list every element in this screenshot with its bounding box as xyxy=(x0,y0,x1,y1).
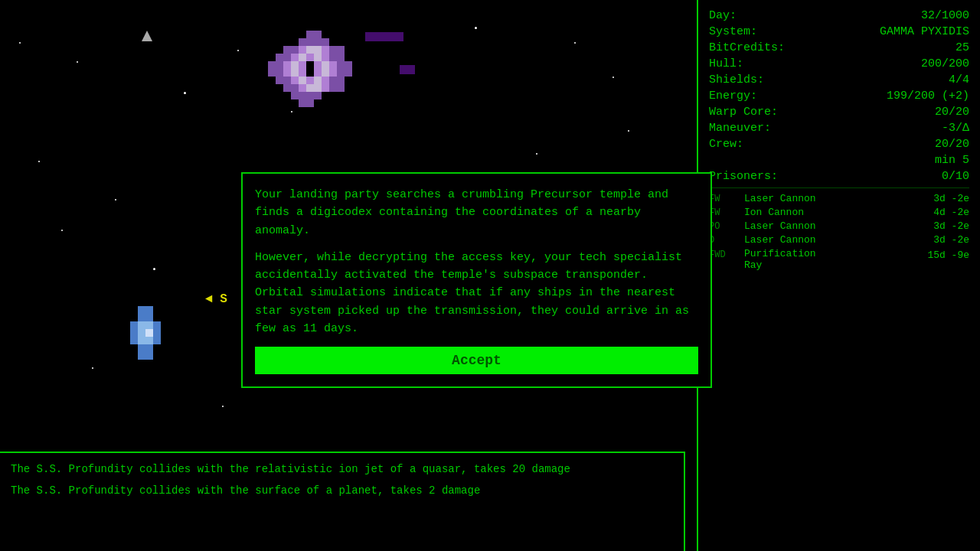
weapon-name: Laser Cannon xyxy=(744,220,908,232)
log-line-2: The S.S. Profundity collides with the su… xyxy=(11,482,673,499)
shields-label: Shields: xyxy=(709,73,764,86)
energy-value: 199/200 (+2) xyxy=(887,90,969,103)
weapon-row: D Laser Cannon 3d -2e xyxy=(709,234,969,246)
system-value: GAMMA PYXIDIS xyxy=(880,25,969,38)
triangle-ship-icon xyxy=(142,31,152,41)
system-label: System: xyxy=(709,25,757,38)
weapon-name: PurificationRay xyxy=(744,248,908,271)
dialog-paragraph-2: However, while decrypting the access key… xyxy=(255,249,698,337)
day-value: 32/1000 xyxy=(921,9,969,22)
energy-label: Energy: xyxy=(709,90,757,103)
weapon-slot: PO xyxy=(709,221,740,232)
weapon-name: Ion Cannon xyxy=(744,207,908,218)
weapon-stats: 3d -2e xyxy=(908,193,969,204)
accept-button[interactable]: Accept xyxy=(255,347,698,374)
warp-label: Warp Core: xyxy=(709,106,778,119)
weapon-slot: FW xyxy=(709,207,740,218)
bitcredits-label: BitCredits: xyxy=(709,41,785,54)
hull-value: 200/200 xyxy=(921,57,969,70)
crew-value1: 20/20 xyxy=(935,138,969,151)
prisoners-label: Prisoners: xyxy=(709,170,778,183)
blue-cross-ship xyxy=(130,306,161,360)
weapon-stats: 3d -2e xyxy=(908,220,969,232)
crew-label: Crew: xyxy=(709,138,743,151)
dialog-text: Your landing party searches a crumbling … xyxy=(255,186,698,337)
bitcredits-value: 25 xyxy=(956,41,969,54)
hud-panel: Day: 32/1000 System: GAMMA PYXIDIS BitCr… xyxy=(697,0,980,551)
weapon-name: Laser Cannon xyxy=(744,193,908,204)
weapon-name: Laser Cannon xyxy=(744,234,908,246)
weapon-row: FW Laser Cannon 3d -2e xyxy=(709,193,969,204)
weapon-slot: FWD xyxy=(709,249,740,260)
weapon-slot: D xyxy=(709,235,740,246)
maneuver-value: -3/Δ xyxy=(942,122,969,135)
shields-value: 4/4 xyxy=(949,73,969,86)
hud-divider xyxy=(709,187,969,188)
arrow-indicator: ◄ S xyxy=(205,292,227,306)
weapon-row: PO Laser Cannon 3d -2e xyxy=(709,220,969,232)
weapons-section: FW Laser Cannon 3d -2e FW Ion Cannon 4d … xyxy=(709,193,969,271)
crew-value2: min 5 xyxy=(935,154,969,167)
weapon-stats: 3d -2e xyxy=(908,234,969,246)
log-panel: The S.S. Profundity collides with the re… xyxy=(0,452,685,551)
weapon-row: FW Ion Cannon 4d -2e xyxy=(709,207,969,218)
day-label: Day: xyxy=(709,9,737,22)
dialog-paragraph-1: Your landing party searches a crumbling … xyxy=(255,186,698,240)
weapon-row: FWD PurificationRay 15d -9e xyxy=(709,248,969,271)
weapon-stats: 4d -2e xyxy=(908,207,969,218)
pixel-ship xyxy=(268,31,352,107)
hull-label: Hull: xyxy=(709,57,743,70)
weapon-stats: 15d -9e xyxy=(908,249,969,261)
log-text: The S.S. Profundity collides with the re… xyxy=(11,461,673,500)
weapon-slot: FW xyxy=(709,194,740,204)
warp-value: 20/20 xyxy=(935,106,969,119)
dialog-box: Your landing party searches a crumbling … xyxy=(241,172,712,388)
log-line-1: The S.S. Profundity collides with the re… xyxy=(11,461,673,478)
prisoners-value: 0/10 xyxy=(942,170,969,183)
maneuver-label: Maneuver: xyxy=(709,122,771,135)
